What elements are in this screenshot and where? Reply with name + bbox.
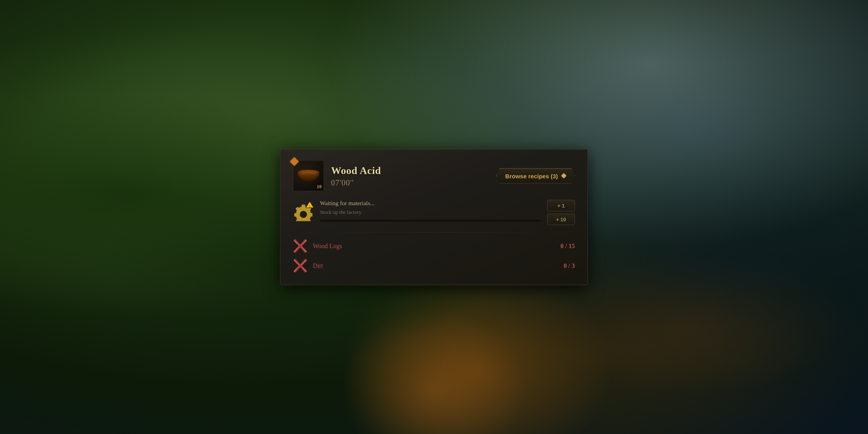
increment-buttons: + 1 + 10	[547, 200, 575, 225]
item-rarity-badge	[290, 157, 299, 166]
item-count: 10	[317, 184, 322, 190]
ingredient-row: Dirt 0 / 3	[293, 259, 575, 273]
ingredients-list: Wood Logs 0 / 15 Dirt 0 / 3	[293, 239, 575, 273]
dirt-name: Dirt	[313, 262, 558, 269]
gear-warning-icon: !	[293, 201, 314, 221]
divider	[293, 232, 575, 233]
svg-text:!: !	[309, 204, 311, 208]
status-waiting-text: Waiting for materials...	[320, 200, 541, 207]
dirt-icon	[293, 259, 307, 273]
header-left: 10 Wood Acid 07'00''	[293, 161, 381, 191]
status-text-block: Waiting for materials... Stock up the fa…	[320, 200, 541, 223]
item-bowl-icon	[298, 170, 319, 182]
progress-bar-track	[320, 219, 541, 223]
wood-logs-count: 0 / 15	[561, 243, 575, 250]
increment-1-button[interactable]: + 1	[547, 200, 575, 211]
status-row: ! Waiting for materials... Stock up the …	[293, 200, 575, 225]
dirt-count: 0 / 3	[564, 262, 575, 269]
main-panel-wrapper: 10 Wood Acid 07'00'' Browse recipes (3)	[280, 149, 588, 285]
header-row: 10 Wood Acid 07'00'' Browse recipes (3)	[293, 161, 575, 191]
svg-point-0	[300, 211, 307, 218]
dirt-svg	[293, 259, 307, 273]
gear-svg: !	[293, 201, 314, 221]
item-time: 07'00''	[331, 178, 381, 187]
item-icon-box: 10	[293, 161, 324, 191]
browse-recipes-label: Browse recipes (3)	[505, 172, 558, 179]
browse-recipes-button[interactable]: Browse recipes (3)	[496, 168, 575, 183]
status-stock-text: Stock up the factory	[320, 209, 541, 215]
title-block: Wood Acid 07'00''	[331, 165, 381, 187]
browse-diamond-icon	[561, 173, 567, 178]
wood-logs-name: Wood Logs	[313, 243, 555, 250]
crafting-panel: 10 Wood Acid 07'00'' Browse recipes (3)	[280, 149, 588, 285]
increment-10-button[interactable]: + 10	[547, 214, 575, 225]
ingredient-row: Wood Logs 0 / 15	[293, 239, 575, 253]
wood-logs-icon	[293, 239, 307, 253]
item-title: Wood Acid	[331, 165, 381, 176]
wood-logs-svg	[293, 239, 307, 253]
